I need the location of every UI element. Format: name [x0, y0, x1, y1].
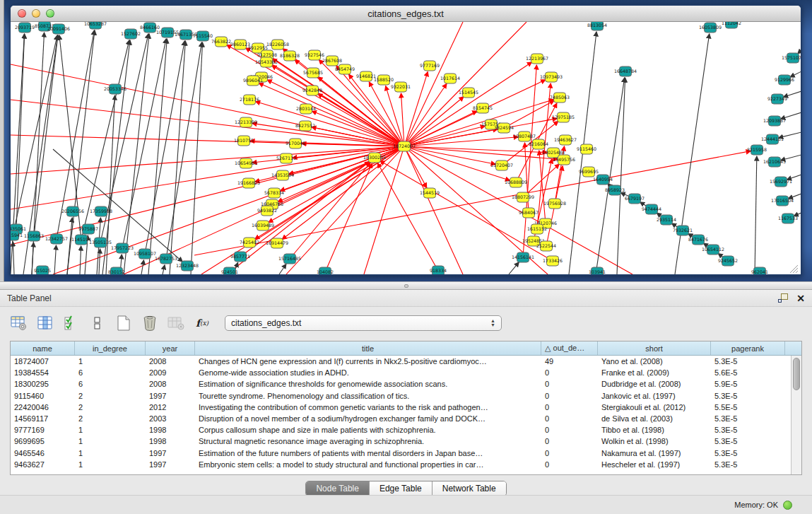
graph-node-1167533[interactable]: 1167533 [778, 214, 798, 223]
table-cell[interactable]: Estimation of the future numbers of pati… [195, 448, 541, 459]
table-row[interactable]: 969969511998Structural magnetic resonanc… [11, 436, 791, 447]
table-cell[interactable]: 2 [75, 402, 146, 413]
table-cell[interactable]: 1998 [146, 424, 195, 436]
graph-node-16053809[interactable]: 16053809 [699, 23, 722, 33]
row-height-icon[interactable] [88, 314, 107, 332]
table-cell[interactable]: 0 [541, 459, 598, 470]
graph-node-8215958[interactable]: 8215958 [747, 145, 767, 155]
table-cell[interactable]: Nakamura et al. (1997) [598, 448, 711, 459]
graph-node-9860123[interactable]: 9860123 [230, 40, 250, 49]
table-cell[interactable]: 0 [541, 413, 598, 424]
graph-node-9322031[interactable]: 9322031 [391, 82, 411, 92]
table-cell[interactable]: 0 [541, 424, 598, 436]
table-cell[interactable]: 2012 [146, 402, 195, 413]
graph-node-5675685[interactable]: 5675685 [303, 68, 323, 78]
select-columns-icon[interactable] [62, 314, 81, 332]
graph-node-6679197[interactable]: 6679197 [625, 194, 645, 204]
graph-node-7932621[interactable]: 7932621 [673, 226, 693, 235]
graph-node-1810755[interactable]: 1810755 [234, 136, 254, 146]
table-cell[interactable]: Tourette syndrome. Phenomenology and cla… [195, 390, 541, 402]
table-cell[interactable]: 2008 [146, 378, 195, 390]
table-cell[interactable]: 19384554 [11, 367, 75, 378]
graph-node-15720407[interactable]: 15720407 [490, 160, 513, 170]
graph-node-9777169[interactable]: 9777169 [420, 61, 440, 71]
new-table-icon[interactable] [114, 314, 133, 332]
graph-node-19756928[interactable]: 19756928 [543, 199, 566, 209]
graph-node-9245652[interactable]: 9245652 [718, 256, 738, 266]
graph-node-1733426[interactable]: 1733426 [543, 256, 563, 266]
table-cell[interactable]: 2 [75, 413, 146, 424]
table-cell[interactable]: 5.3E-5 [711, 424, 785, 436]
table-cell[interactable]: Genome-wide association studies in ADHD. [195, 367, 541, 378]
graph-node-18226058[interactable]: 18226058 [266, 40, 289, 49]
table-cell[interactable]: Jankovic et al. (1997) [598, 390, 711, 402]
graph-node-10654112[interactable]: 10654112 [702, 245, 724, 255]
table-cell[interactable]: 2003 [146, 413, 195, 424]
graph-node-918334[interactable]: 918334 [430, 266, 447, 276]
table-cell[interactable]: 2009 [146, 367, 195, 378]
table-cell[interactable]: Changes of HCN gene expression and I(f) … [195, 356, 541, 367]
table-cell[interactable]: Investigating the contribution of common… [195, 402, 541, 413]
graph-node-9146821[interactable]: 9146821 [356, 71, 376, 81]
table-cell[interactable]: 5.3E-5 [711, 436, 785, 447]
graph-node-12323448[interactable]: 12323448 [176, 261, 199, 271]
table-cell[interactable]: 2 [75, 390, 146, 402]
network-canvas[interactable]: 2093719850873120091406106532871527602846… [11, 22, 801, 276]
table-cell[interactable]: Stergiakouli et al. (2012) [598, 402, 711, 413]
graph-node-2093719[interactable]: 2093719 [15, 23, 35, 33]
graph-node-9227349[interactable]: 9227349 [767, 94, 787, 104]
graph-node-10654985[interactable]: 10654985 [235, 158, 257, 168]
table-cell[interactable]: 1997 [146, 448, 195, 459]
graph-node-924501[interactable]: 924501 [221, 267, 238, 276]
table-cell[interactable]: 5.6E-5 [711, 367, 785, 378]
graph-node-2935114[interactable]: 2935114 [657, 215, 676, 225]
graph-node-12975185[interactable]: 12975185 [552, 112, 575, 122]
column-header-title[interactable]: title [195, 341, 541, 355]
table-cell[interactable]: 6 [75, 378, 146, 390]
table-cell[interactable]: 22420046 [11, 402, 75, 413]
table-cell[interactable]: 0 [541, 378, 598, 390]
table-cell[interactable]: 1998 [146, 436, 195, 447]
table-select-dropdown[interactable]: citations_edges.txt ▲▼ [225, 315, 502, 331]
close-panel-icon[interactable]: ✕ [796, 293, 805, 303]
graph-node-1112042[interactable]: 1112042 [722, 22, 741, 28]
graph-node-1145194[interactable]: 1145194 [71, 235, 91, 245]
table-row[interactable]: 1938455462009Genome-wide association stu… [11, 367, 791, 378]
table-cell[interactable]: 14569117 [11, 413, 75, 424]
table-cell[interactable]: 9465546 [11, 448, 75, 459]
table-cell[interactable]: 1 [75, 459, 146, 470]
table-cell[interactable]: 5.9E-5 [711, 378, 785, 390]
table-cell[interactable]: 9699695 [11, 436, 75, 447]
table-cell[interactable]: Yano et al. (2008) [598, 356, 711, 367]
table-cell[interactable]: 5.3E-5 [711, 356, 785, 367]
graph-node-10653287[interactable]: 10653287 [84, 22, 107, 29]
table-cell[interactable]: Disruption of a novel member of a sodium… [195, 413, 541, 424]
graph-node-1544519[interactable]: 1544519 [420, 188, 440, 198]
graph-node-8427552[interactable]: 8427552 [295, 121, 315, 131]
table-row[interactable]: 2242004622012Investigating the contribut… [11, 402, 791, 413]
graph-node-17016504[interactable]: 17016504 [771, 196, 794, 206]
table-cell[interactable]: 5.5E-5 [711, 402, 785, 413]
graph-node-830152[interactable]: 830152 [108, 267, 125, 276]
graph-node-12213399[interactable]: 12213399 [235, 117, 257, 127]
graph-node-12213967[interactable]: 12213967 [526, 54, 548, 64]
graph-node-8454749[interactable]: 8454749 [335, 64, 355, 74]
network-window-titlebar[interactable]: citations_edges.txt [11, 6, 801, 22]
table-row[interactable]: 977716911998Corpus callosum shape and si… [11, 424, 791, 436]
graph-node-10688809[interactable]: 10688809 [505, 177, 527, 187]
graph-node-18807299[interactable]: 18807299 [512, 192, 534, 202]
table-cell[interactable]: de Silva et al. (2003) [598, 413, 711, 424]
table-cell[interactable]: 1 [75, 424, 146, 436]
graph-node-9975887[interactable]: 9975887 [78, 224, 98, 234]
table-cell[interactable]: 0 [541, 436, 598, 447]
table-cell[interactable]: Estimation of significance thresholds fo… [195, 378, 541, 390]
table-row[interactable]: 1872400712008Changes of HCN gene express… [11, 356, 791, 367]
window-resize-grip[interactable] [787, 263, 799, 274]
table-cell[interactable]: Embryonic stem cells: a model to study s… [195, 459, 541, 470]
graph-node-8813054[interactable]: 8813054 [587, 22, 607, 30]
table-cell[interactable]: 0 [541, 390, 598, 402]
column-header-pagerank[interactable]: pagerank [711, 341, 785, 355]
graph-node-1514545[interactable]: 1514545 [459, 88, 478, 98]
table-cell[interactable]: 5.3E-5 [711, 390, 785, 402]
graph-node-16782753[interactable]: 16782753 [155, 254, 177, 264]
